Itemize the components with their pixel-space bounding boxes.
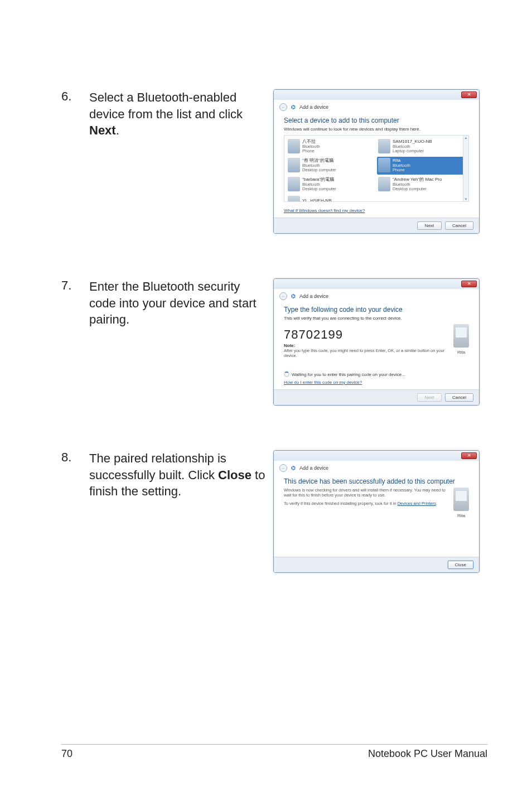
back-icon: ← (279, 464, 287, 472)
device-list[interactable]: 八不拉 Bluetooth Phone SAM1017_KUO-NB Bluet… (284, 135, 469, 202)
step-8-text-close: Close (218, 468, 252, 482)
next-button: Next (417, 393, 442, 402)
note-text: After you type this code, you might need… (284, 348, 448, 358)
dialog-success: ✕ ← ⌬ Add a device This device has been … (273, 450, 480, 573)
dialog-heading: This device has been successfully added … (284, 478, 469, 485)
step-7-number: 7. (61, 278, 89, 406)
step-8-number: 8. (61, 450, 89, 573)
device-item[interactable]: "Andrew Yeh"的 Mac Pro Bluetooth Desktop … (377, 176, 466, 194)
note-label: Note: (284, 343, 448, 348)
target-device: Rita (453, 324, 469, 355)
device-kind: Desktop computer (302, 187, 336, 191)
dialog-subtext: Windows will continue to look for new de… (284, 127, 469, 132)
step-7-text: Enter the Bluetooth security code into y… (89, 278, 273, 406)
close-icon[interactable]: ✕ (461, 91, 477, 98)
close-icon[interactable]: ✕ (461, 452, 477, 459)
target-device-name: Rita (457, 513, 465, 518)
device-kind: Phone (302, 149, 320, 153)
back-icon[interactable]: ← (279, 292, 287, 300)
phone-icon (453, 324, 469, 348)
device-icon (288, 158, 300, 172)
device-item[interactable]: YL_HSIEH-NB Bluetooth (287, 195, 376, 202)
page-number: 70 (61, 748, 72, 760)
step-6: 6. Select a Bluetooth-enabled device fro… (61, 89, 487, 234)
pairing-code: 78702199 (284, 327, 448, 342)
phone-icon (453, 488, 469, 511)
close-button[interactable]: Close (448, 561, 473, 569)
step-7: 7. Enter the Bluetooth security code int… (61, 278, 487, 406)
success-body-2: To verify if this device finished instal… (284, 501, 446, 506)
cancel-button[interactable]: Cancel (445, 393, 473, 402)
device-icon (378, 139, 390, 153)
help-link[interactable]: How do I enter this code on my device? (284, 380, 362, 385)
device-icon (288, 196, 300, 202)
dialog-heading: Type the following code into your device (284, 306, 469, 313)
step-8-text-a: The paired relationship is successfully … (89, 451, 226, 482)
step-6-number: 6. (61, 89, 89, 234)
bluetooth-icon: ⌬ (291, 293, 296, 299)
manual-title: Notebook PC User Manual (368, 748, 487, 760)
titlebar: ✕ (274, 90, 479, 100)
help-link[interactable]: What if Windows doesn't find my device? (284, 208, 365, 213)
device-kind: Desktop computer (302, 168, 336, 172)
devices-and-printers-link[interactable]: Devices and Printers (398, 501, 436, 506)
device-kind: Laptop computer (393, 149, 432, 153)
device-kind: Desktop computer (393, 187, 442, 191)
dialog-title: Add a device (299, 104, 328, 110)
spinner-icon (284, 372, 289, 377)
dialog-select-device: ✕ ← ⌬ Add a device Select a device to ad… (273, 89, 480, 234)
dialog-header: ← ⌬ Add a device (274, 100, 479, 112)
step-6-text-c: . (116, 123, 119, 137)
step-6-text-a: Select a Bluetooth-enabled device from t… (89, 90, 243, 121)
dialog-header: ← ⌬ Add a device (274, 289, 479, 301)
step-8: 8. The paired relationship is successful… (61, 450, 487, 573)
scrollbar[interactable] (463, 136, 468, 201)
device-icon (378, 177, 390, 191)
dialog-pairing-code: ✕ ← ⌬ Add a device Type the following co… (273, 278, 480, 406)
target-device: Rita (453, 488, 469, 518)
next-button[interactable]: Next (417, 221, 442, 230)
success-body-2a: To verify if this device finished instal… (284, 501, 398, 506)
success-body-1: Windows is now checking for drivers and … (284, 488, 446, 498)
device-icon (288, 139, 300, 153)
device-item[interactable]: 八不拉 Bluetooth Phone (287, 138, 376, 156)
device-item[interactable]: "蔡 明清"的電腦 Bluetooth Desktop computer (287, 157, 376, 175)
success-body-2c: . (436, 501, 437, 506)
dialog-title: Add a device (299, 465, 328, 471)
page-footer: 70 Notebook PC User Manual (61, 744, 487, 760)
device-icon (288, 177, 300, 191)
dialog-heading: Select a device to add to this computer (284, 117, 469, 124)
bluetooth-icon: ⌬ (291, 104, 296, 110)
step-6-text: Select a Bluetooth-enabled device from t… (89, 89, 273, 234)
waiting-status: Waiting for you to enter this pairing co… (284, 372, 469, 377)
device-item[interactable]: "barbara"的電腦 Bluetooth Desktop computer (287, 176, 376, 194)
step-8-text: The paired relationship is successfully … (89, 450, 273, 573)
device-item[interactable]: SAM1017_KUO-NB Bluetooth Laptop computer (377, 138, 466, 156)
back-icon[interactable]: ← (279, 103, 287, 111)
target-device-name: Rita (457, 350, 465, 355)
cancel-button[interactable]: Cancel (445, 221, 473, 230)
device-icon (378, 158, 390, 172)
waiting-text: Waiting for you to enter this pairing co… (292, 372, 405, 377)
dialog-header: ← ⌬ Add a device (274, 461, 479, 473)
dialog-title: Add a device (299, 293, 328, 299)
titlebar: ✕ (274, 451, 479, 461)
device-name: YL_HSIEH-NB (302, 199, 331, 202)
device-kind: Phone (393, 168, 410, 172)
bluetooth-icon: ⌬ (291, 465, 296, 471)
dialog-subtext: This will verify that you are connecting… (284, 316, 469, 321)
step-6-text-next: Next (89, 123, 116, 137)
titlebar: ✕ (274, 279, 479, 289)
close-icon[interactable]: ✕ (461, 281, 477, 287)
device-item-selected[interactable]: Rita Bluetooth Phone (377, 157, 466, 175)
